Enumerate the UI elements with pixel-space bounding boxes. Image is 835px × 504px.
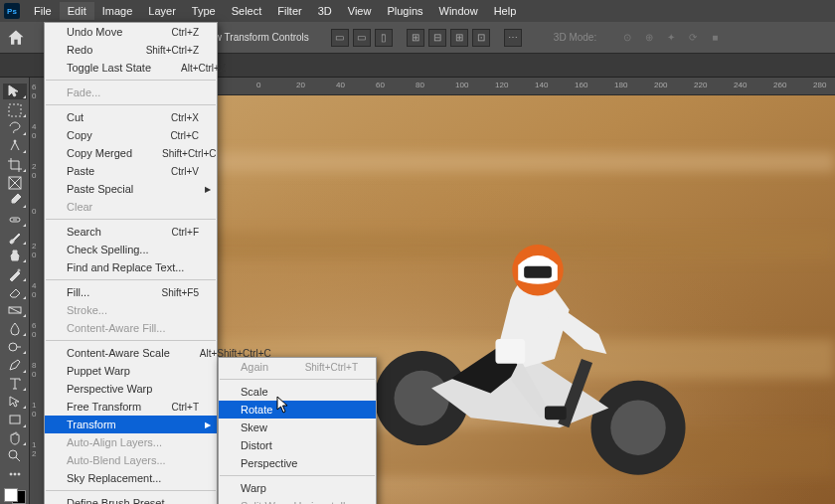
color-swatches[interactable]: [4, 488, 26, 504]
menubar: Ps File Edit Image Layer Type Select Fil…: [0, 0, 835, 22]
tool-path-select[interactable]: [3, 394, 27, 410]
edit-item-copy-merged[interactable]: Copy MergedShift+Ctrl+C: [45, 144, 217, 162]
3d-5[interactable]: ■: [706, 29, 724, 47]
tool-eyedropper[interactable]: [3, 193, 27, 209]
edit-item-clear: Clear: [45, 198, 217, 216]
menu-plugins[interactable]: Plugins: [379, 2, 430, 20]
app-icon: Ps: [4, 3, 20, 19]
tool-rectangle[interactable]: [3, 412, 27, 427]
dist-4[interactable]: ⊡: [472, 29, 490, 47]
svg-rect-0: [9, 104, 21, 116]
tool-quick-select[interactable]: [3, 138, 27, 154]
edit-item-perspective-warp[interactable]: Perspective Warp: [45, 380, 217, 398]
dist-3[interactable]: ⊞: [450, 29, 468, 47]
foreground-swatch[interactable]: [4, 488, 18, 502]
align-3[interactable]: ▯: [375, 29, 393, 47]
tool-frame[interactable]: [3, 175, 27, 191]
edit-item-fill[interactable]: Fill...Shift+F5: [45, 283, 217, 301]
tool-spot-heal[interactable]: [3, 211, 27, 227]
edit-item-free-transform[interactable]: Free TransformCtrl+T: [45, 398, 217, 416]
menu-image[interactable]: Image: [94, 2, 141, 20]
dist-1[interactable]: ⊞: [407, 29, 424, 47]
align-2[interactable]: ▭: [353, 29, 371, 47]
menu-type[interactable]: Type: [184, 2, 224, 20]
3d-3[interactable]: ✦: [662, 29, 680, 47]
tool-edit-toolbar[interactable]: [3, 466, 27, 482]
transform-item-distort[interactable]: Distort: [219, 436, 376, 454]
svg-point-1: [14, 140, 16, 142]
transform-item-perspective[interactable]: Perspective: [219, 454, 376, 472]
tool-lasso[interactable]: [3, 120, 27, 136]
edit-item-toggle-last-state[interactable]: Toggle Last StateAlt+Ctrl+Z: [45, 59, 217, 77]
svg-rect-25: [524, 266, 552, 278]
svg-rect-23: [545, 406, 567, 420]
3d-mode-label: 3D Mode:: [554, 32, 596, 43]
svg-point-10: [14, 473, 16, 475]
transform-item-warp[interactable]: Warp: [219, 479, 376, 497]
tool-type[interactable]: [3, 376, 27, 392]
edit-item-cut[interactable]: CutCtrl+X: [45, 108, 217, 126]
edit-item-paste-special[interactable]: Paste Special▶: [45, 180, 217, 198]
tool-hand[interactable]: [3, 430, 27, 446]
tool-crop[interactable]: [3, 156, 27, 172]
transform-submenu: AgainShift+Ctrl+TScaleRotateSkewDistortP…: [218, 357, 377, 504]
edit-item-check-spelling[interactable]: Check Spelling...: [45, 241, 217, 258]
menu-window[interactable]: Window: [431, 2, 486, 20]
align-1[interactable]: ▭: [331, 29, 349, 47]
transform-item-skew[interactable]: Skew: [219, 419, 376, 436]
cursor-icon: [276, 396, 290, 414]
tool-dodge[interactable]: [3, 339, 27, 355]
tool-history-brush[interactable]: [3, 265, 27, 281]
more-1[interactable]: ⋯: [504, 29, 522, 47]
edit-item-content-aware-fill: Content-Aware Fill...: [45, 319, 217, 337]
transform-item-rotate[interactable]: Rotate: [219, 401, 376, 419]
svg-rect-7: [10, 416, 20, 423]
edit-item-content-aware-scale[interactable]: Content-Aware ScaleAlt+Shift+Ctrl+C: [45, 344, 217, 362]
menu-select[interactable]: Select: [224, 2, 270, 20]
tool-blur[interactable]: [3, 320, 27, 336]
menu-view[interactable]: View: [340, 2, 380, 20]
tool-move[interactable]: [3, 84, 27, 99]
edit-item-puppet-warp[interactable]: Puppet Warp: [45, 362, 217, 380]
3d-2[interactable]: ⊕: [640, 29, 658, 47]
home-icon[interactable]: [6, 28, 26, 48]
3d-4[interactable]: ⟳: [684, 29, 702, 47]
tool-eraser[interactable]: [3, 284, 27, 300]
edit-item-redo[interactable]: RedoShift+Ctrl+Z: [45, 41, 217, 59]
svg-point-8: [9, 450, 17, 458]
edit-item-copy[interactable]: CopyCtrl+C: [45, 126, 217, 144]
3d-1[interactable]: ⊙: [618, 29, 636, 47]
menu-3d[interactable]: 3D: [310, 2, 340, 20]
edit-item-search[interactable]: SearchCtrl+F: [45, 223, 217, 241]
tool-gradient[interactable]: [3, 302, 27, 318]
edit-item-sky-replacement[interactable]: Sky Replacement...: [45, 469, 217, 487]
edit-item-find-and-replace-text[interactable]: Find and Replace Text...: [45, 258, 217, 276]
edit-item-auto-align-layers: Auto-Align Layers...: [45, 433, 217, 451]
svg-point-11: [18, 473, 20, 475]
edit-item-paste[interactable]: PasteCtrl+V: [45, 162, 217, 180]
tool-zoom[interactable]: [3, 448, 27, 464]
edit-item-transform[interactable]: Transform▶: [45, 416, 217, 433]
edit-item-undo-move[interactable]: Undo MoveCtrl+Z: [45, 23, 217, 41]
tool-clone[interactable]: [3, 248, 27, 263]
menu-file[interactable]: File: [26, 2, 60, 20]
tool-pen[interactable]: [3, 357, 27, 373]
menu-edit[interactable]: Edit: [60, 2, 94, 20]
edit-item-stroke: Stroke...: [45, 301, 217, 319]
distribute-group: ⊞ ⊟ ⊞ ⊡: [405, 29, 492, 47]
tool-marquee[interactable]: [3, 101, 27, 117]
menu-layer[interactable]: Layer: [140, 2, 184, 20]
transform-item-again: AgainShift+Ctrl+T: [219, 358, 376, 376]
3d-buttons: ⊙ ⊕ ✦ ⟳ ■: [616, 29, 726, 47]
edit-item-define-brush-preset[interactable]: Define Brush Preset...: [45, 494, 217, 504]
edit-item-fade: Fade...: [45, 84, 217, 101]
transform-item-scale[interactable]: Scale: [219, 383, 376, 401]
svg-point-21: [610, 400, 665, 454]
svg-point-6: [9, 343, 17, 351]
tool-brush[interactable]: [3, 230, 27, 246]
tool-panel: [0, 78, 30, 504]
menu-help[interactable]: Help: [486, 2, 525, 20]
dist-2[interactable]: ⊟: [428, 29, 446, 47]
edit-item-auto-blend-layers: Auto-Blend Layers...: [45, 451, 217, 469]
menu-filter[interactable]: Filter: [269, 2, 309, 20]
